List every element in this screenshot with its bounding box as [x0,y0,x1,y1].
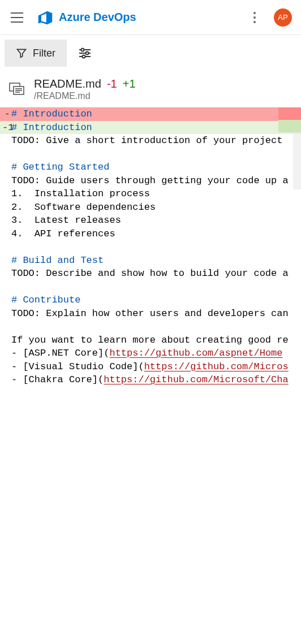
diff-line-added: -1 # Introduction [0,121,301,135]
diff-line: # Contribute [0,293,301,307]
url: https://github.com/aspnet/Home [109,348,282,358]
code-text: 4. API references [10,227,115,241]
brand-label: Azure DevOps [59,11,136,24]
code-text: TODO: Give a short introduction of your … [10,134,282,148]
diff-removed-count: -1 [107,77,117,90]
diff-settings-button[interactable] [71,40,98,67]
diff-line: 1. Installation process [0,187,301,201]
file-titles: README.md -1 +1 /README.md [34,77,136,101]
diff-line: 2. Software dependencies [0,201,301,214]
diff-line: # Build and Test [0,254,301,267]
more-menu-button[interactable] [243,6,266,29]
svg-point-7 [81,49,84,51]
diff-line: TODO: Give a short introduction of your … [0,134,301,148]
svg-point-11 [83,55,85,58]
code-text: If you want to learn more about creating… [10,334,289,347]
code-text: - [Chakra Core](https://github.com/Micro… [10,373,289,387]
diff-viewer[interactable]: - # Introduction -1 # Introduction TODO:… [0,107,301,387]
diff-line [0,148,301,161]
diff-line: 3. Latest releases [0,214,301,227]
code-text: 3. Latest releases [10,214,121,227]
code-text: TODO: Guide users through getting your c… [10,174,289,188]
diff-line [0,240,301,254]
code-text: # Build and Test [10,254,104,267]
code-text: # Introduction [10,107,92,121]
filter-icon [16,47,27,59]
code-text: TODO: Describe and show how to build you… [10,267,289,280]
code-text: # Introduction [10,121,92,135]
diff-line: TODO: Explain how other users and develo… [0,307,301,321]
code-text: # Getting Started [10,161,109,174]
svg-point-5 [253,21,256,23]
code-text: # Contribute [10,293,80,307]
app-header: Azure DevOps AP [0,0,301,35]
avatar[interactable]: AP [274,8,292,27]
kebab-icon [253,11,256,24]
code-text: TODO: Explain how other users and develo… [10,307,289,321]
brand[interactable]: Azure DevOps [37,10,136,25]
svg-point-3 [253,12,256,14]
filter-button[interactable]: Filter [5,40,67,67]
diff-line: If you want to learn more about creating… [0,334,301,347]
svg-point-4 [253,16,256,19]
hamburger-menu-button[interactable] [6,6,28,29]
diff-line [0,280,301,294]
file-path: /README.md [34,90,136,101]
code-text: - [Visual Studio Code](https://github.co… [10,360,289,374]
diff-line: - [Chakra Core](https://github.com/Micro… [0,373,301,387]
diff-line: - [Visual Studio Code](https://github.co… [0,360,301,374]
diff-added-count: +1 [123,77,136,90]
filter-label: Filter [33,47,55,59]
diff-line-removed: - # Introduction [0,107,301,121]
diff-line [0,320,301,334]
file-header[interactable]: README.md -1 +1 /README.md [0,71,301,107]
diff-line: # Getting Started [0,161,301,174]
diff-line: - [ASP.NET Core](https://github.com/aspn… [0,347,301,360]
url: https://github.com/Micros [144,361,289,372]
azure-devops-icon [37,10,53,25]
diff-toolbar: Filter [0,35,301,71]
diff-file-icon [9,81,26,98]
url: https://github.com/Microsoft/Cha [104,374,288,385]
file-name: README.md [34,77,101,90]
hamburger-icon [11,12,23,23]
sliders-icon [78,47,92,59]
code-text: 1. Installation process [10,187,150,201]
code-text: 2. Software dependencies [10,201,156,214]
diff-line: TODO: Describe and show how to build you… [0,267,301,280]
svg-point-9 [86,52,89,55]
diff-line: TODO: Guide users through getting your c… [0,174,301,188]
diff-line: 4. API references [0,227,301,241]
code-text: - [ASP.NET Core](https://github.com/aspn… [10,347,283,360]
